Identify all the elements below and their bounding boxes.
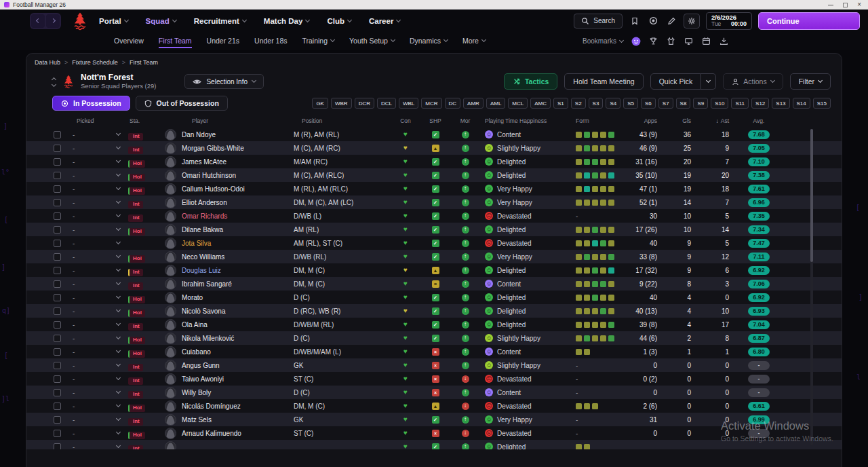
player-cell[interactable]: Dilane Bakwa <box>165 224 285 236</box>
position-chip-aml[interactable]: AML <box>486 98 505 109</box>
search-button[interactable]: Search <box>574 14 623 29</box>
row-checkbox[interactable] <box>54 321 61 329</box>
player-cell[interactable]: Callum Hudson-Odoi <box>165 183 285 195</box>
player-cell[interactable]: Neco Williams <box>165 251 285 263</box>
tab-under-18s[interactable]: Under 18s <box>254 34 287 48</box>
position-chip-s13[interactable]: S13 <box>772 98 789 109</box>
tab-training[interactable]: Training <box>302 34 335 48</box>
player-cell[interactable]: Arnaud Kalimuendo <box>165 428 285 439</box>
player-cell[interactable]: Dan Ndoye <box>165 129 285 141</box>
screen-icon[interactable] <box>684 36 694 46</box>
table-row[interactable]: - Int Willy Boly D (C) × ↑ ☺ Content - 0… <box>26 386 842 399</box>
position-chip-s6[interactable]: S6 <box>641 98 656 109</box>
table-row[interactable]: - Hol Omari Hutchinson M (C), AM (RLC) ✓… <box>26 168 842 182</box>
col-position[interactable]: Position <box>285 117 391 124</box>
shirt-icon[interactable] <box>666 36 676 46</box>
minimize-icon[interactable] <box>828 5 833 5</box>
trophy-icon[interactable] <box>648 36 658 46</box>
player-cell[interactable]: Morato <box>165 292 285 303</box>
row-checkbox[interactable] <box>54 131 61 138</box>
breadcrumb-item-first-team[interactable]: First Team <box>130 59 158 66</box>
row-checkbox[interactable] <box>54 253 61 261</box>
picked-dropdown[interactable]: - <box>70 375 128 383</box>
tab-youth-setup[interactable]: Youth Setup <box>349 34 395 48</box>
hold-team-meeting-button[interactable]: Hold Team Meeting <box>564 73 643 90</box>
position-chip-s9[interactable]: S9 <box>693 98 708 109</box>
picked-dropdown[interactable]: - <box>70 307 128 315</box>
row-checkbox[interactable] <box>54 199 61 206</box>
picked-dropdown[interactable]: - <box>70 226 128 234</box>
table-row[interactable]: - Int Angus Gunn GK × ↑ ☺ Slightly Happy… <box>26 358 842 372</box>
row-checkbox[interactable] <box>54 335 61 342</box>
row-checkbox[interactable] <box>54 226 61 234</box>
position-chip-s15[interactable]: S15 <box>813 98 831 109</box>
table-row[interactable]: - Int Dan Ndoye M (R), AM (RL) ✓ ↑ ☺ Con… <box>26 128 842 141</box>
player-cell[interactable]: Omari Hutchinson <box>165 170 285 181</box>
table-row[interactable]: - Int Morgan Gibbs-White M (C), AM (RC) … <box>26 141 842 155</box>
nav-item-recruitment[interactable]: Recruitment <box>194 17 246 25</box>
in-possession-tab[interactable]: In Possession <box>52 96 130 111</box>
col-picked[interactable]: Picked <box>70 117 128 124</box>
table-row[interactable]: - Hol Dilane Bakwa AM (RL) ✓ ↑ ☺ Delight… <box>26 223 842 236</box>
position-chip-dcl[interactable]: DCL <box>377 98 396 109</box>
nav-item-club[interactable]: Club <box>327 17 351 25</box>
row-checkbox[interactable] <box>54 375 61 383</box>
position-chip-s1[interactable]: S1 <box>553 98 568 109</box>
position-chip-s3[interactable]: S3 <box>589 98 604 109</box>
player-cell[interactable]: James McAtee <box>165 156 285 168</box>
continue-button[interactable]: Continue <box>758 12 860 30</box>
player-cell[interactable]: Angus Gunn <box>165 360 285 371</box>
picked-dropdown[interactable]: - <box>70 403 128 410</box>
quick-pick-button[interactable]: Quick Pick <box>650 73 702 90</box>
row-checkbox[interactable] <box>54 430 61 437</box>
ball-icon[interactable] <box>647 15 659 27</box>
position-chip-s12[interactable]: S12 <box>751 98 769 109</box>
maximize-icon[interactable] <box>843 3 848 7</box>
picked-dropdown[interactable]: - <box>70 145 128 152</box>
col-assists[interactable]: ↓Ast <box>699 117 737 124</box>
tab-more[interactable]: More <box>462 34 486 48</box>
picked-dropdown[interactable]: - <box>70 335 128 342</box>
tactics-button[interactable]: Tactics <box>504 73 557 90</box>
actions-button[interactable]: Actions <box>723 73 783 90</box>
col-average-rating[interactable]: Avg. <box>737 117 781 124</box>
nav-item-match-day[interactable]: Match Day <box>264 17 310 25</box>
tab-dynamics[interactable]: Dynamics <box>410 34 448 48</box>
picked-dropdown[interactable]: - <box>70 280 128 288</box>
row-checkbox[interactable] <box>54 145 61 152</box>
player-cell[interactable]: Elliot Anderson <box>165 197 285 208</box>
table-row[interactable]: - Int Matz Sels GK ✓ ↑ ☺ Very Happy - 31… <box>26 413 842 426</box>
picked-dropdown[interactable]: - <box>70 267 128 274</box>
position-chip-dc[interactable]: DC <box>445 98 461 109</box>
position-chip-wbr[interactable]: WBR <box>331 98 352 109</box>
player-cell[interactable]: Ola Aina <box>165 319 285 331</box>
scrollbar-thumb[interactable] <box>810 129 813 262</box>
picked-dropdown[interactable]: - <box>70 430 128 437</box>
picked-dropdown[interactable]: - <box>70 416 128 424</box>
table-row[interactable]: - Hol Nikola Milenković D (C) ✓ ↑ ☺ Slig… <box>26 331 842 345</box>
picked-dropdown[interactable]: - <box>70 185 128 193</box>
settings-gear-button[interactable] <box>684 14 700 29</box>
table-row[interactable]: - Hol Nicolò Savona D (RC), WB (R) ✓ ↑ ☺… <box>26 304 842 318</box>
picked-dropdown[interactable]: - <box>70 362 128 369</box>
row-checkbox[interactable] <box>54 280 61 288</box>
picked-dropdown[interactable]: - <box>70 199 128 206</box>
row-checkbox[interactable] <box>54 185 61 193</box>
table-row[interactable]: - Int Douglas Luiz DM, M (C) ▲ ↑ ☺ Delig… <box>26 263 842 277</box>
position-chip-wbl[interactable]: WBL <box>399 98 418 109</box>
breadcrumb-item-data-hub[interactable]: Data Hub <box>35 59 60 66</box>
col-apps[interactable]: Apps <box>627 117 665 124</box>
row-checkbox[interactable] <box>54 240 61 247</box>
tab-overview[interactable]: Overview <box>114 34 144 48</box>
position-chip-s10[interactable]: S10 <box>711 98 728 109</box>
tab-under-21s[interactable]: Under 21s <box>207 34 239 48</box>
table-row[interactable]: - Hol Neco Williams D/WB (RL) ✓ ↑ ☺ Very… <box>26 250 842 263</box>
close-icon[interactable]: × <box>857 1 861 8</box>
table-row[interactable]: - Hol Cuiabano D/WB/M/AM (L) × ↑ ☺ Conte… <box>26 345 842 358</box>
table-row[interactable]: - Int Ola Aina D/WB/M (RL) ✓ ↑ ☺ Delight… <box>26 318 842 331</box>
player-cell[interactable]: Omar Richards <box>165 210 285 222</box>
assistant-icon[interactable] <box>631 36 641 46</box>
picked-dropdown[interactable]: - <box>70 294 128 301</box>
selection-info-dropdown[interactable]: Selection Info <box>184 74 264 89</box>
table-row[interactable]: - Int Elliot Anderson DM, M (C), AM (LC)… <box>26 195 842 209</box>
